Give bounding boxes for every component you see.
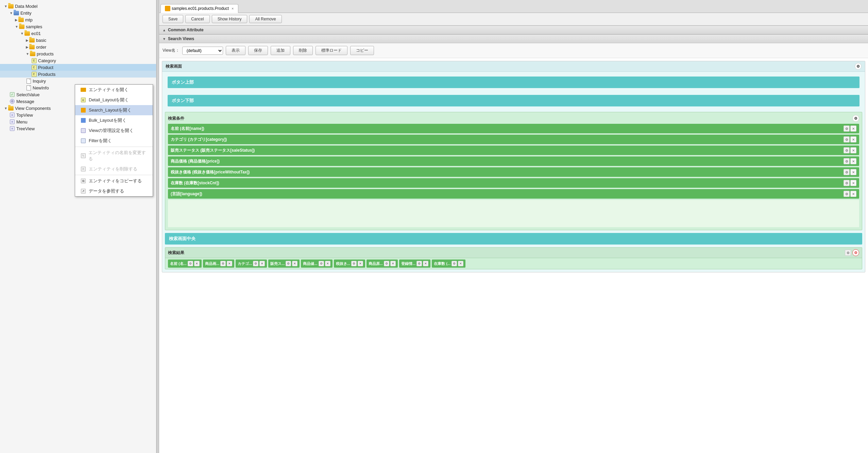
search-screen-settings-icon[interactable]: ⚙ bbox=[855, 63, 862, 70]
search-views-header[interactable]: ▼ Search Views bbox=[159, 34, 868, 43]
menu-item-delete[interactable]: ✕ エンティティを削除する bbox=[75, 164, 153, 174]
chip-close-5[interactable]: ✕ bbox=[358, 261, 363, 266]
condition-close-3[interactable]: ✕ bbox=[850, 158, 856, 164]
menu-item-open-search[interactable]: Search_Layoutを開く bbox=[75, 105, 153, 115]
button-top-area[interactable]: ボタン上部 bbox=[168, 77, 860, 88]
condition-gear-4[interactable]: ⚙ bbox=[844, 169, 850, 175]
condition-gear-1[interactable]: ⚙ bbox=[844, 136, 850, 142]
chip-gear-6[interactable]: ⚙ bbox=[384, 261, 389, 266]
chip-label-2: カテゴ... bbox=[238, 261, 252, 266]
chip-close-0[interactable]: ✕ bbox=[194, 261, 200, 266]
tree-node-mtp[interactable]: ▶ mtp bbox=[0, 16, 156, 23]
show-history-button[interactable]: Show History bbox=[212, 15, 248, 23]
menu-icon-search bbox=[80, 108, 87, 113]
menu-item-open-bulk[interactable]: Bulk_Layoutを開く bbox=[75, 115, 153, 125]
expand-icon[interactable]: ▼ bbox=[15, 25, 18, 29]
expand-icon[interactable]: ▼ bbox=[4, 4, 7, 8]
condition-label-0: 名前 (名前[name]) bbox=[171, 126, 844, 132]
chip-close-8[interactable]: ✕ bbox=[458, 261, 463, 266]
display-button[interactable]: 表示 bbox=[226, 46, 245, 55]
condition-close-1[interactable]: ✕ bbox=[850, 136, 856, 142]
condition-gear-5[interactable]: ⚙ bbox=[844, 180, 850, 186]
chip-close-3[interactable]: ✕ bbox=[292, 261, 297, 266]
add-view-button[interactable]: 追加 bbox=[271, 46, 290, 55]
condition-close-5[interactable]: ✕ bbox=[850, 180, 856, 186]
copy-view-button[interactable]: コピー bbox=[350, 46, 374, 55]
chip-gear-7[interactable]: ⚙ bbox=[416, 261, 422, 266]
chip-close-1[interactable]: ✕ bbox=[227, 261, 232, 266]
tree-node-inquiry[interactable]: Inquiry bbox=[0, 78, 156, 84]
tree-node-category[interactable]: E Category bbox=[0, 57, 156, 64]
menu-item-open-detail[interactable]: E Detail_Layoutを開く bbox=[75, 95, 153, 105]
chip-gear-1[interactable]: ⚙ bbox=[220, 261, 226, 266]
chip-gear-2[interactable]: ⚙ bbox=[253, 261, 258, 266]
chip-gear-4[interactable]: ⚙ bbox=[319, 261, 324, 266]
tab-close-button[interactable]: × bbox=[232, 6, 234, 11]
tree-node-basic[interactable]: ▶ basic bbox=[0, 37, 156, 44]
expand-icon[interactable]: ▼ bbox=[10, 11, 13, 15]
results-gear-btn[interactable]: ⚙ bbox=[845, 250, 851, 256]
menu-item-open-view[interactable]: Viewの管理設定を開く bbox=[75, 125, 153, 136]
conditions-header: 検索条件 ⚙ bbox=[168, 115, 859, 122]
view-name-select[interactable]: (default) bbox=[182, 47, 223, 55]
folder-icon-yellow bbox=[8, 105, 14, 111]
menu-item-rename[interactable]: ✎ エンティティの名前を変更する bbox=[75, 148, 153, 164]
chip-close-2[interactable]: ✕ bbox=[259, 261, 265, 266]
button-bottom-area[interactable]: ボタン下部 bbox=[168, 95, 860, 106]
condition-gear-2[interactable]: ⚙ bbox=[844, 147, 850, 153]
chip-gear-5[interactable]: ⚙ bbox=[351, 261, 357, 266]
expand-icon[interactable]: ▶ bbox=[26, 38, 29, 42]
tree-node-ec01[interactable]: ▼ ec01 bbox=[0, 30, 156, 37]
tree-node-entity[interactable]: ▼ Entity bbox=[0, 10, 156, 16]
tab-product[interactable]: samples.ec01.products.Product × bbox=[160, 4, 238, 13]
condition-row-0: 名前 (名前[name]) ⚙ ✕ bbox=[168, 124, 859, 133]
tree-node-samples[interactable]: ▼ samples bbox=[0, 23, 156, 30]
expand-icon[interactable]: ▼ bbox=[20, 32, 24, 35]
chip-close-7[interactable]: ✕ bbox=[423, 261, 428, 266]
tree-label: NewInfo bbox=[33, 85, 49, 90]
cancel-button[interactable]: Cancel bbox=[185, 15, 209, 23]
expand-icon[interactable]: ▼ bbox=[4, 106, 7, 110]
condition-actions-3: ⚙ ✕ bbox=[844, 158, 856, 164]
delete-view-button[interactable]: 削除 bbox=[293, 46, 313, 55]
chip-gear-3[interactable]: ⚙ bbox=[286, 261, 291, 266]
expand-icon[interactable]: ▼ bbox=[26, 52, 29, 56]
all-remove-button[interactable]: All Remove bbox=[249, 15, 282, 23]
common-attribute-header[interactable]: ▲ Common Attribute bbox=[159, 26, 868, 34]
tree-label: TreeView bbox=[16, 126, 35, 131]
section-label: Common Attribute bbox=[168, 28, 204, 32]
tree-node-product[interactable]: E Product bbox=[0, 64, 156, 71]
condition-close-0[interactable]: ✕ bbox=[850, 125, 856, 132]
condition-row-3: 商品価格 (商品価格[price]) ⚙ ✕ bbox=[168, 156, 859, 166]
tree-node-order[interactable]: ▶ order bbox=[0, 44, 156, 50]
conditions-settings-icon[interactable]: ⚙ bbox=[852, 115, 859, 122]
menu-item-open-entity[interactable]: エンティティを開く bbox=[75, 85, 153, 95]
conditions-empty-area bbox=[168, 200, 859, 227]
tree-node-data-model[interactable]: ▼ Data Model bbox=[0, 3, 156, 10]
standard-load-button[interactable]: 標準ロード bbox=[316, 46, 347, 55]
condition-gear-0[interactable]: ⚙ bbox=[844, 125, 850, 132]
chip-gear-8[interactable]: ⚙ bbox=[452, 261, 457, 266]
condition-actions-6: ⚙ ✕ bbox=[844, 191, 856, 197]
condition-close-4[interactable]: ✕ bbox=[850, 169, 856, 175]
condition-close-2[interactable]: ✕ bbox=[850, 147, 856, 153]
condition-gear-3[interactable]: ⚙ bbox=[844, 158, 850, 164]
condition-close-6[interactable]: ✕ bbox=[850, 191, 856, 197]
save-button[interactable]: Save bbox=[163, 15, 183, 23]
menu-item-open-filter[interactable]: Filterを開く bbox=[75, 136, 153, 146]
search-center-area[interactable]: 検索画面中央 bbox=[165, 233, 862, 245]
save-view-button[interactable]: 保存 bbox=[248, 46, 268, 55]
tree-node-products-s[interactable]: E Products bbox=[0, 71, 156, 78]
menu-item-ref[interactable]: ↗ データを参照する bbox=[75, 186, 153, 196]
chip-close-4[interactable]: ✕ bbox=[325, 261, 330, 266]
chip-close-6[interactable]: ✕ bbox=[390, 261, 396, 266]
menu-item-copy[interactable]: ⧉ エンティティをコピーする bbox=[75, 176, 153, 186]
expand-icon[interactable]: ▶ bbox=[15, 18, 18, 22]
menu-item-label: Bulk_Layoutを開く bbox=[89, 117, 126, 123]
tree-node-products[interactable]: ▼ products bbox=[0, 50, 156, 57]
chip-gear-0[interactable]: ⚙ bbox=[188, 261, 193, 266]
expand-icon[interactable]: ▶ bbox=[26, 45, 29, 49]
condition-gear-6[interactable]: ⚙ bbox=[844, 191, 850, 197]
panel-divider[interactable] bbox=[156, 0, 159, 453]
results-settings-red-icon[interactable]: ⚙ bbox=[852, 249, 859, 256]
